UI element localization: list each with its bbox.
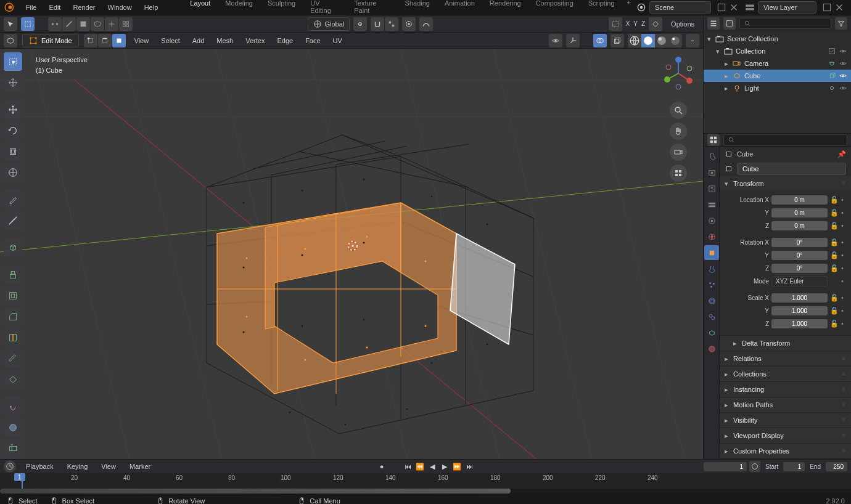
spin-tool[interactable]: [4, 397, 22, 416]
vertex-select-icon[interactable]: [84, 34, 97, 47]
transform-tool[interactable]: [4, 163, 22, 182]
snap-grid-icon[interactable]: [119, 17, 133, 31]
snap-type-icon[interactable]: [385, 17, 398, 31]
viewport-3d[interactable]: User Perspective (1) Cube: [0, 49, 703, 459]
collapse-icon[interactable]: ▾: [707, 35, 715, 43]
tab-particles[interactable]: [704, 277, 719, 292]
outliner-filter-icon[interactable]: [835, 17, 847, 30]
overlay-toggle-icon[interactable]: [593, 34, 607, 47]
inset-tool[interactable]: [4, 287, 22, 305]
orientation-dropdown[interactable]: Global: [308, 17, 350, 31]
menu-view[interactable]: View: [97, 461, 120, 472]
x-axis-toggle[interactable]: X: [626, 20, 630, 27]
drag-handle-icon[interactable]: ⠿: [842, 402, 846, 408]
camera-gizmo-icon[interactable]: [670, 144, 687, 161]
tree-scene-collection[interactable]: ▾ Scene Collection: [704, 33, 851, 45]
auto-keyframe-icon[interactable]: ●: [376, 461, 387, 472]
outliner-search[interactable]: [739, 18, 831, 29]
keyframe-dot[interactable]: •: [841, 222, 846, 229]
lock-icon[interactable]: 🔓: [830, 238, 839, 246]
menu-view[interactable]: View: [131, 35, 153, 46]
properties-editor-icon[interactable]: [707, 134, 720, 146]
drag-handle-icon[interactable]: ⠿: [842, 418, 846, 423]
keyframe-dot[interactable]: •: [841, 320, 846, 327]
keyframe-dot[interactable]: •: [841, 251, 846, 259]
add-cube-tool[interactable]: [4, 238, 22, 257]
extrude-tool[interactable]: [4, 266, 22, 284]
menu-add[interactable]: Add: [189, 35, 208, 46]
panel-header[interactable]: ▸ Visibility ⠿: [720, 413, 851, 428]
drag-handle-icon[interactable]: ⠿: [842, 449, 846, 454]
lock-icon[interactable]: 🔓: [830, 307, 839, 315]
scrollbar-thumb[interactable]: [0, 489, 511, 494]
menu-help[interactable]: Help: [138, 1, 165, 14]
proportional-edit-icon[interactable]: [402, 17, 416, 31]
location-y-input[interactable]: 0 m: [771, 208, 828, 217]
material-shading-icon[interactable]: [655, 34, 668, 47]
pivot-icon[interactable]: [353, 17, 367, 31]
select-tool[interactable]: [4, 52, 22, 71]
blender-logo-icon[interactable]: [4, 2, 15, 13]
snap-edge-icon[interactable]: [62, 17, 76, 31]
measure-tool[interactable]: [4, 211, 22, 230]
tab-world[interactable]: [704, 229, 719, 244]
eye-icon[interactable]: [839, 84, 847, 92]
knife-tool[interactable]: [4, 349, 22, 368]
menu-mesh[interactable]: Mesh: [213, 35, 237, 46]
tree-collection[interactable]: ▾ Collection: [704, 45, 851, 57]
mode-selector[interactable]: Edit Mode: [22, 34, 79, 47]
auto-merge-icon[interactable]: [649, 17, 662, 31]
panel-header[interactable]: ▸ Relations ⠿: [720, 351, 851, 366]
lock-icon[interactable]: 🔓: [830, 251, 839, 259]
bevel-tool[interactable]: [4, 307, 22, 326]
properties-search[interactable]: [723, 134, 847, 145]
editor-type-icon[interactable]: [4, 34, 17, 47]
rendered-shading-icon[interactable]: [668, 34, 682, 47]
menu-uv[interactable]: UV: [329, 35, 346, 46]
drag-handle-icon[interactable]: ⠿: [842, 387, 846, 392]
y-axis-toggle[interactable]: Y: [633, 20, 638, 27]
keyframe-prev-icon[interactable]: ⏪: [414, 461, 426, 472]
annotate-tool[interactable]: [4, 190, 22, 209]
tree-item-cube[interactable]: ▸ Cube: [704, 70, 851, 82]
tab-object[interactable]: [704, 245, 719, 260]
rotation-mode-dropdown[interactable]: XYZ Euler: [771, 276, 828, 287]
tab-constraints[interactable]: [704, 309, 719, 324]
view-layer-input[interactable]: [758, 1, 816, 14]
location-z-input[interactable]: 0 m: [771, 221, 828, 230]
scale-tool[interactable]: [4, 142, 22, 161]
lock-icon[interactable]: 🔓: [830, 264, 839, 272]
expand-icon[interactable]: ▸: [725, 84, 732, 92]
eye-icon[interactable]: [839, 59, 847, 68]
drag-handle-icon[interactable]: ⠿: [842, 372, 846, 377]
timeline-editor-icon[interactable]: [4, 460, 16, 473]
cursor-tool[interactable]: [4, 73, 22, 92]
tab-physics[interactable]: [704, 293, 719, 308]
panel-header[interactable]: ▸ Motion Paths ⠿: [720, 397, 851, 412]
scale-x-input[interactable]: 1.000: [771, 293, 828, 303]
lock-icon[interactable]: 🔓: [830, 294, 839, 302]
lock-icon[interactable]: 🔓: [830, 320, 839, 328]
tab-viewlayer[interactable]: [704, 197, 719, 212]
panel-header[interactable]: ▸ Collections ⠿: [720, 367, 851, 381]
nav-gizmo[interactable]: [660, 55, 697, 92]
menu-vertex[interactable]: Vertex: [242, 35, 268, 46]
new-viewlayer-icon[interactable]: [821, 2, 832, 13]
menu-edit[interactable]: Edit: [43, 1, 67, 14]
face-select-icon[interactable]: [112, 34, 126, 47]
outliner-view-layer-icon[interactable]: [723, 17, 736, 30]
mesh-data-icon[interactable]: [828, 71, 836, 80]
playhead[interactable]: 1: [22, 473, 23, 489]
move-tool[interactable]: [4, 100, 22, 119]
new-scene-icon[interactable]: [716, 2, 727, 13]
snap-volume-icon[interactable]: [91, 17, 104, 31]
object-name-input[interactable]: [737, 163, 846, 175]
tab-modifiers[interactable]: [704, 261, 719, 276]
drag-handle-icon[interactable]: ⠿: [842, 181, 846, 187]
panel-header[interactable]: ▸ Viewport Display ⠿: [720, 428, 851, 443]
wireframe-shading-icon[interactable]: [628, 34, 641, 47]
lock-icon[interactable]: 🔓: [830, 222, 839, 230]
jump-end-icon[interactable]: ⏭: [464, 461, 475, 472]
scale-y-input[interactable]: 1.000: [771, 306, 828, 315]
rotation-x-input[interactable]: 0°: [771, 238, 828, 247]
